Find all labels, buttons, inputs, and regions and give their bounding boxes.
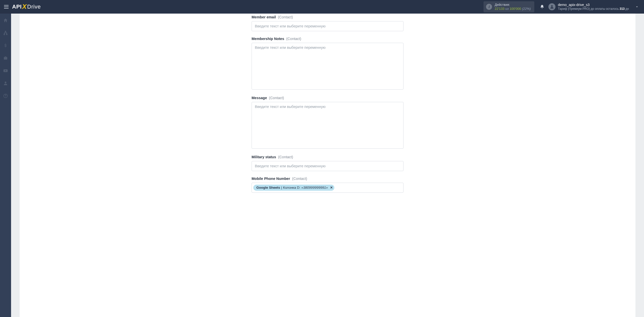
user-sub: Тариф |Премиум PRO| до оплаты осталось 3… [558,7,629,11]
military-status-input[interactable] [252,161,404,171]
field-military-status: Military status (Contact) [252,155,404,171]
sidebar-item-connections[interactable] [0,29,11,37]
user-sub-suffix: дн [625,7,629,11]
bell-icon [540,5,544,9]
field-message: Message (Contact) [252,96,404,149]
field-label-main: Mobile Phone Number [252,177,290,181]
field-membership-notes: Membership Notes (Contact) [252,37,404,90]
variable-chip[interactable]: Google Sheets | Колонка D: «380999999991… [253,185,334,191]
field-label-main: Military status [252,155,276,159]
svg-point-0 [551,5,553,7]
user-name: demo_apix-drive_s3 [558,3,629,7]
sidebar [0,14,11,317]
field-mobile-phone: Mobile Phone Number (Contact) Google She… [252,177,404,193]
field-label-suffix: (Contact) [286,37,301,41]
menu-toggle-button[interactable] [2,3,11,11]
member-email-input[interactable] [252,21,404,31]
field-label-suffix: (Contact) [278,15,293,19]
brand-part1: API [12,4,22,10]
brand-x: X [22,3,27,11]
brand-part2: Drive [27,4,41,10]
message-textarea[interactable] [252,102,404,149]
field-label: Mobile Phone Number (Contact) [252,177,404,181]
user-texts: demo_apix-drive_s3 Тариф |Премиум PRO| д… [558,3,629,11]
sidebar-item-help[interactable] [0,92,11,100]
chip-value: «380999999991» [301,185,328,190]
info-icon: i [486,4,492,10]
page-scroll[interactable]: Member email (Contact) Membership Notes … [11,14,644,317]
chevron-down-icon [635,5,639,9]
mobile-phone-input[interactable]: Google Sheets | Колонка D: «380999999991… [252,183,404,193]
form: Member email (Contact) Membership Notes … [252,15,404,193]
field-label: Membership Notes (Contact) [252,37,404,41]
field-label-suffix: (Contact) [269,96,284,100]
usage-values: 22'133 из 100'000 (22%) [495,7,531,11]
usage-texts: Действия: 22'133 из 100'000 (22%) [495,3,531,11]
sidebar-item-account[interactable] [0,80,11,87]
field-member-email: Member email (Contact) [252,15,404,31]
field-label-main: Message [252,96,267,100]
usage-label: Действия: [495,3,531,7]
field-label-suffix: (Contact) [292,177,307,181]
home-icon [3,18,8,23]
usage-actions-box[interactable]: i Действия: 22'133 из 100'000 (22%) [484,1,534,13]
youtube-icon [3,68,8,73]
user-menu-toggle[interactable] [633,3,640,10]
sidebar-item-billing[interactable] [0,42,11,49]
usage-pct: (22%) [522,7,531,11]
field-label: Military status (Contact) [252,155,404,159]
field-label-main: Member email [252,15,276,19]
field-label: Message (Contact) [252,96,404,100]
sidebar-item-tools[interactable] [0,54,11,62]
usage-used: 22'133 [495,7,504,11]
field-label: Member email (Contact) [252,15,404,19]
svg-point-1 [5,82,7,83]
user-sub-prefix: Тариф |Премиум PRO| до оплаты осталось [558,7,620,11]
user-icon [3,81,8,86]
usage-total: 100'000 [510,7,521,11]
briefcase-icon [3,56,8,61]
svg-point-3 [5,97,6,97]
field-label-main: Membership Notes [252,37,284,41]
chip-source: Google Sheets [256,185,280,190]
membership-notes-textarea[interactable] [252,43,404,90]
chip-remove-button[interactable]: ✕ [329,186,333,190]
chip-column: Колонка D: [283,185,300,190]
sidebar-item-home[interactable] [0,17,11,24]
form-panel: Member email (Contact) Membership Notes … [20,14,635,317]
notifications-button[interactable] [538,3,546,11]
usage-of: из [505,7,510,11]
sitemap-icon [3,30,8,35]
brand-logo[interactable]: API X Drive [12,3,41,11]
top-bar: API X Drive i Действия: 22'133 из 100'00… [0,0,644,14]
help-icon [3,93,8,98]
sidebar-item-videos[interactable] [0,67,11,74]
dollar-icon [3,43,8,48]
avatar-icon [548,3,555,10]
user-sub-days: 313 [620,7,625,11]
user-block[interactable]: demo_apix-drive_s3 Тариф |Премиум PRO| д… [548,3,640,11]
field-label-suffix: (Contact) [278,155,293,159]
